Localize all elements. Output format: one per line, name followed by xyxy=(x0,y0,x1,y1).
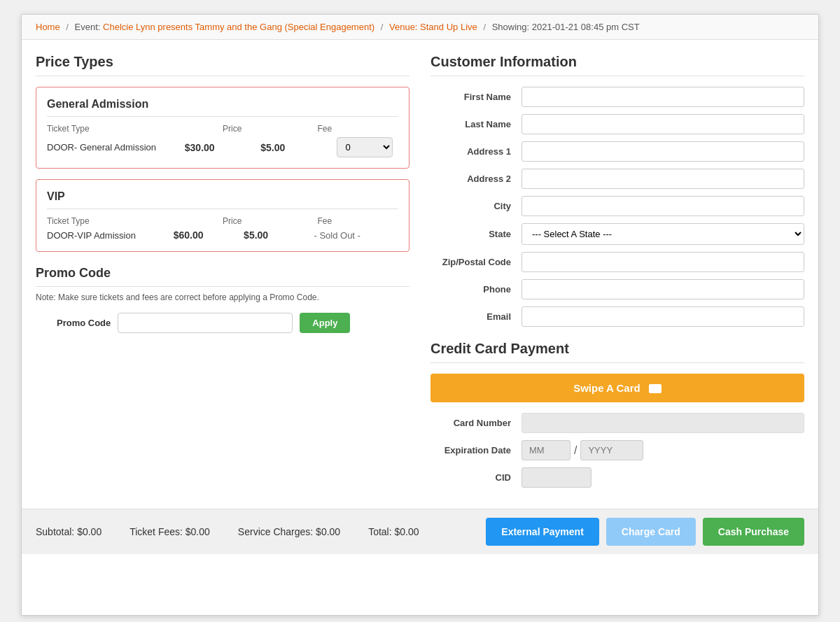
expiration-label: Expiration Date xyxy=(430,445,522,455)
first-name-row: First Name xyxy=(430,87,804,107)
card-number-input[interactable] xyxy=(522,413,804,433)
left-panel: Price Types General Admission Ticket Typ… xyxy=(36,54,410,495)
vip-ticket-name: DOOR-VIP Admission xyxy=(47,230,160,241)
cid-input[interactable] xyxy=(522,467,592,488)
promo-title: Promo Code xyxy=(36,266,410,287)
address1-row: Address 1 xyxy=(430,141,804,162)
vip-data-row: DOOR-VIP Admission $60.00 $5.00 - Sold O… xyxy=(47,229,398,241)
vip-col-type-header: Ticket Type xyxy=(47,216,209,226)
service-charges-label: Service Charges: $0.00 xyxy=(238,526,340,537)
breadcrumb: Home / Event: Chelcie Lynn presents Tamm… xyxy=(22,15,818,40)
address2-row: Address 2 xyxy=(430,169,804,189)
address2-input[interactable] xyxy=(522,169,804,189)
promo-code-input[interactable] xyxy=(118,313,293,333)
address2-label: Address 2 xyxy=(430,174,522,184)
price-types-title: Price Types xyxy=(36,54,410,76)
breadcrumb-showing: Showing: 2021-01-21 08:45 pm CST xyxy=(492,22,640,32)
content-area: Price Types General Admission Ticket Typ… xyxy=(22,40,818,509)
phone-input[interactable] xyxy=(522,279,804,299)
apply-promo-button[interactable]: Apply xyxy=(300,313,350,333)
vip-fee: $5.00 xyxy=(244,229,300,241)
bottom-bar: Subtotal: $0.00 Ticket Fees: $0.00 Servi… xyxy=(22,509,818,554)
promo-note: Note: Make sure tickets and fees are cor… xyxy=(36,292,410,302)
vip-header-row: Ticket Type Price Fee xyxy=(47,216,398,226)
cash-purchase-button[interactable]: Cash Purchase xyxy=(703,518,804,546)
customer-info-title: Customer Information xyxy=(430,54,804,76)
subtotal-label: Subtotal: $0.00 xyxy=(36,526,102,537)
ticket-fees-label: Ticket Fees: $0.00 xyxy=(130,526,210,537)
state-row: State --- Select A State --- ALAKAZAR CA… xyxy=(430,223,804,245)
main-container: Home / Event: Chelcie Lynn presents Tamm… xyxy=(21,14,819,616)
ga-ticket-name: DOOR- General Admission xyxy=(47,142,171,153)
breadcrumb-sep2: / xyxy=(381,22,384,32)
general-admission-title: General Admission xyxy=(47,98,398,117)
swipe-card-button[interactable]: Swipe A Card xyxy=(430,374,804,402)
zip-row: Zip/Postal Code xyxy=(430,252,804,272)
ga-header-row: Ticket Type Price Fee xyxy=(47,124,398,134)
last-name-row: Last Name xyxy=(430,114,804,134)
action-buttons: External Payment Charge Card Cash Purcha… xyxy=(486,518,804,546)
totals-area: Subtotal: $0.00 Ticket Fees: $0.00 Servi… xyxy=(36,526,472,537)
card-number-label: Card Number xyxy=(430,418,522,428)
address1-label: Address 1 xyxy=(430,146,522,157)
credit-card-icon xyxy=(649,384,662,393)
city-row: City xyxy=(430,196,804,216)
swipe-card-label: Swipe A Card xyxy=(573,382,640,394)
last-name-input[interactable] xyxy=(522,114,804,134)
ga-data-row: DOOR- General Admission $30.00 $5.00 0 1… xyxy=(47,137,398,157)
zip-input[interactable] xyxy=(522,252,804,272)
email-input[interactable] xyxy=(522,306,804,327)
ga-fee: $5.00 xyxy=(260,142,322,153)
external-payment-button[interactable]: External Payment xyxy=(486,518,599,546)
charge-card-button[interactable]: Charge Card xyxy=(606,518,696,546)
total-label: Total: $0.00 xyxy=(368,526,419,537)
promo-label: Promo Code xyxy=(57,318,111,328)
card-number-row: Card Number xyxy=(430,413,804,433)
ga-col-price-header: Price xyxy=(223,124,304,134)
breadcrumb-sep3: / xyxy=(483,22,486,32)
email-label: Email xyxy=(430,311,522,322)
zip-label: Zip/Postal Code xyxy=(430,257,522,267)
email-row: Email xyxy=(430,306,804,327)
ga-price: $30.00 xyxy=(185,142,246,153)
breadcrumb-event-name[interactable]: Chelcie Lynn presents Tammy and the Gang… xyxy=(103,22,374,32)
city-input[interactable] xyxy=(522,196,804,216)
promo-row: Promo Code Apply xyxy=(36,313,410,333)
state-select[interactable]: --- Select A State --- ALAKAZAR CACOCTDE… xyxy=(522,223,804,245)
first-name-label: First Name xyxy=(430,92,522,102)
vip-title: VIP xyxy=(47,190,398,209)
exp-yyyy-input[interactable] xyxy=(580,440,643,460)
breadcrumb-event-label: Event: xyxy=(75,22,101,32)
breadcrumb-venue[interactable]: Venue: Stand Up Live xyxy=(389,22,477,32)
breadcrumb-sep1: / xyxy=(66,22,69,32)
vip-card: VIP Ticket Type Price Fee DOOR-VIP Admis… xyxy=(36,179,410,252)
cid-label: CID xyxy=(430,472,522,483)
expiration-row: Expiration Date / xyxy=(430,440,804,460)
ga-col-type-header: Ticket Type xyxy=(47,124,209,134)
state-label: State xyxy=(430,229,522,239)
ga-qty-select[interactable]: 0 1 2 3 4 5 6 7 8 9 10 xyxy=(337,137,393,157)
exp-separator: / xyxy=(574,444,577,457)
vip-col-price-header: Price xyxy=(223,216,304,226)
expiration-inputs: / xyxy=(522,440,804,460)
exp-mm-input[interactable] xyxy=(522,440,570,460)
address1-input[interactable] xyxy=(522,141,804,162)
city-label: City xyxy=(430,201,522,211)
promo-section: Promo Code Note: Make sure tickets and f… xyxy=(36,266,410,333)
cid-row: CID xyxy=(430,467,804,488)
last-name-label: Last Name xyxy=(430,119,522,129)
general-admission-card: General Admission Ticket Type Price Fee … xyxy=(36,87,410,169)
breadcrumb-home[interactable]: Home xyxy=(36,22,60,32)
first-name-input[interactable] xyxy=(522,87,804,107)
cc-payment-title: Credit Card Payment xyxy=(430,341,804,363)
vip-price: $60.00 xyxy=(174,229,230,241)
ga-col-fee-header: Fee xyxy=(318,124,399,134)
right-panel: Customer Information First Name Last Nam… xyxy=(430,54,804,495)
phone-label: Phone xyxy=(430,284,522,295)
phone-row: Phone xyxy=(430,279,804,299)
ga-qty-container: 0 1 2 3 4 5 6 7 8 9 10 xyxy=(337,137,398,157)
vip-sold-out: - Sold Out - xyxy=(314,230,398,241)
vip-col-fee-header: Fee xyxy=(318,216,399,226)
